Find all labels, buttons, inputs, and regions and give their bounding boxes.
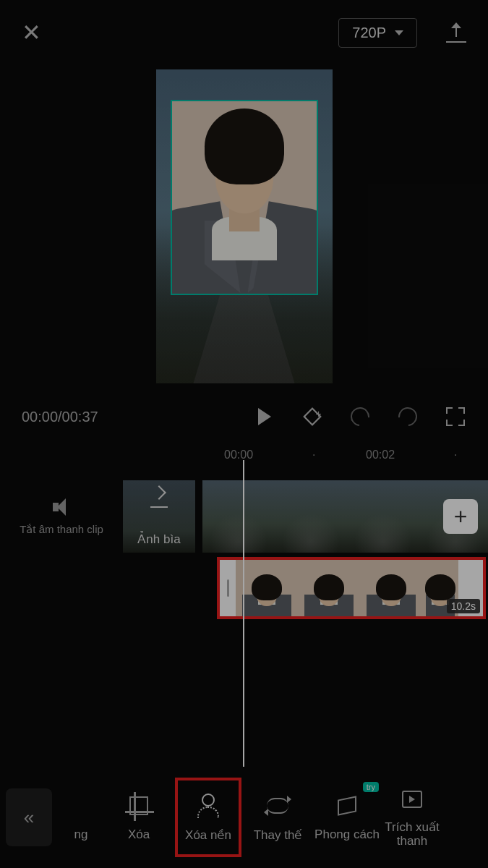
toolbar-item-prev[interactable]: ng — [59, 778, 103, 857]
video-canvas[interactable] — [156, 69, 333, 383]
main-video-track[interactable]: + — [202, 480, 488, 553]
play-button[interactable] — [254, 406, 275, 427]
clip-duration-badge: 10.2s — [447, 599, 480, 613]
resolution-selector[interactable]: 720P — [338, 18, 417, 48]
speaker-icon — [51, 497, 72, 517]
ruler-dot: · — [312, 448, 315, 461]
toolbar-label: Phong cách — [314, 827, 380, 842]
overlay-track-highlight: 10.2s — [217, 557, 486, 619]
overlay-frame[interactable] — [360, 560, 422, 616]
mute-label: Tắt âm thanh clip — [20, 523, 103, 536]
clip-handle-left[interactable] — [220, 560, 236, 616]
toolbar-replace[interactable]: Thay thế — [244, 778, 311, 857]
overlay-clip[interactable]: 10.2s — [220, 560, 483, 616]
export-button[interactable] — [446, 22, 466, 43]
overlay-selection-frame[interactable] — [171, 100, 318, 295]
video-frame[interactable] — [347, 480, 419, 553]
chevron-down-icon — [395, 30, 403, 35]
toolbar-delete[interactable]: Xóa — [106, 778, 172, 857]
toolbar-label: ng — [74, 827, 88, 842]
cube-icon — [336, 795, 358, 817]
overlay-frame[interactable] — [298, 560, 360, 616]
crop-icon — [129, 796, 148, 815]
cover-thumb-button[interactable]: Ảnh bìa — [123, 480, 195, 553]
try-badge: try — [363, 782, 379, 792]
toolbar-remove-background[interactable]: Xóa nền — [175, 778, 241, 857]
playhead[interactable] — [243, 460, 244, 767]
preview-area[interactable] — [0, 65, 488, 395]
ruler-tick: 00:02 — [366, 448, 395, 461]
keyframe-button[interactable]: + — [301, 406, 323, 427]
top-bar: ✕ 720P — [0, 0, 488, 65]
fullscreen-button[interactable] — [445, 406, 466, 427]
toolbar-label: Thay thế — [254, 827, 302, 843]
toolbar-extract-audio[interactable]: Trích xuất thanh — [383, 778, 441, 857]
toolbar-label: Xóa nền — [185, 827, 231, 843]
resolution-value: 720P — [352, 25, 386, 41]
time-display: 00:00/00:37 — [22, 409, 228, 425]
cover-label: Ảnh bìa — [137, 532, 180, 547]
toolbar-back-button[interactable]: « — [6, 788, 52, 846]
overlay-frame[interactable] — [236, 560, 298, 616]
close-button[interactable]: ✕ — [22, 19, 41, 46]
video-frame[interactable] — [275, 480, 347, 553]
toolbar-style[interactable]: try Phong cách — [314, 778, 380, 857]
extract-icon — [402, 791, 422, 808]
undo-button[interactable] — [349, 406, 371, 427]
mute-clip-button[interactable]: Tắt âm thanh clip — [0, 480, 123, 553]
bottom-toolbar: « ng Xóa Xóa nền Thay thế try Phong cách… — [0, 767, 488, 868]
redo-button[interactable] — [397, 406, 419, 427]
repeat-icon — [267, 798, 288, 814]
playback-controls: 00:00/00:37 + — [0, 395, 488, 438]
toolbar-label: Xóa — [128, 827, 150, 842]
toolbar-label: Trích xuất thanh — [383, 821, 441, 848]
add-clip-button[interactable]: + — [443, 499, 478, 534]
person-cutout-icon — [197, 793, 219, 818]
ruler-dot: · — [454, 448, 457, 461]
ruler-tick: 00:00 — [224, 448, 253, 461]
video-frame[interactable] — [202, 480, 275, 553]
